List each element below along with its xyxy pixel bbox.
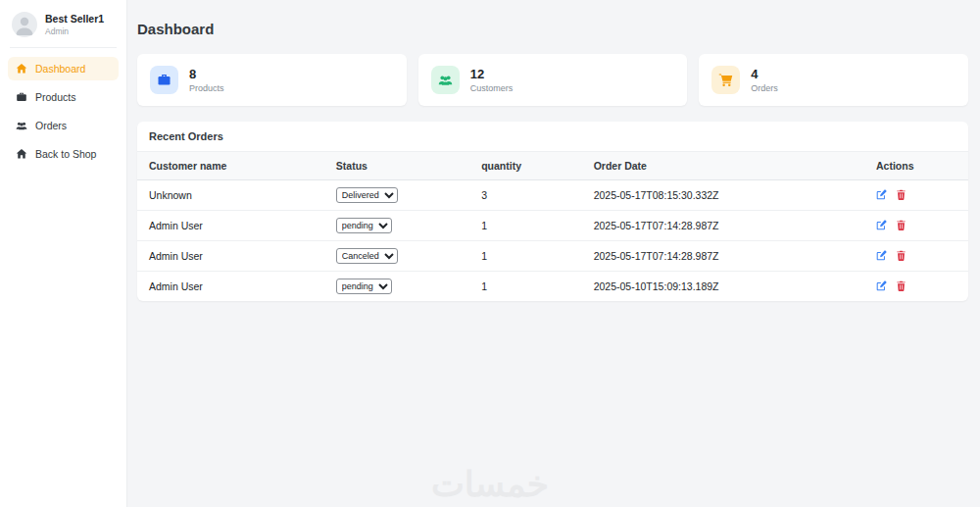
sidebar-item-label: Orders bbox=[35, 120, 67, 131]
stat-card-products: 8Products bbox=[137, 54, 407, 106]
home-icon bbox=[16, 148, 27, 160]
order-date-cell: 2025-05-10T15:09:13.189Z bbox=[582, 272, 864, 302]
edit-icon bbox=[876, 250, 887, 261]
delete-order-button[interactable] bbox=[896, 220, 906, 230]
stat-label: Orders bbox=[751, 83, 778, 93]
trash-icon bbox=[896, 280, 906, 291]
stat-value: 4 bbox=[751, 67, 778, 82]
column-header: Order Date bbox=[582, 152, 864, 180]
column-header: Status bbox=[324, 152, 469, 180]
column-header: quantity bbox=[469, 152, 581, 180]
sidebar-item-back-to-shop[interactable]: Back to Shop bbox=[8, 142, 119, 166]
home-icon bbox=[16, 63, 27, 75]
delete-order-button[interactable] bbox=[896, 250, 906, 261]
briefcase-icon bbox=[150, 66, 178, 94]
column-header: Actions bbox=[864, 152, 968, 180]
avatar bbox=[12, 12, 37, 37]
trash-icon bbox=[896, 250, 906, 261]
sidebar-item-orders[interactable]: Orders bbox=[8, 114, 119, 137]
user-block: Best Seller1 Admin bbox=[8, 12, 119, 47]
delete-order-button[interactable] bbox=[896, 189, 906, 200]
user-name: Best Seller1 bbox=[45, 13, 104, 25]
sidebar-item-label: Dashboard bbox=[35, 63, 85, 75]
quantity-cell: 3 bbox=[469, 180, 581, 211]
delete-order-button[interactable] bbox=[896, 280, 906, 291]
sidebar-nav: DashboardProductsOrdersBack to Shop bbox=[8, 57, 119, 166]
sidebar-item-products[interactable]: Products bbox=[8, 85, 119, 109]
edit-order-button[interactable] bbox=[876, 189, 887, 200]
trash-icon bbox=[896, 220, 906, 230]
order-date-cell: 2025-05-17T08:15:30.332Z bbox=[582, 180, 864, 211]
stat-cards-row: 8Products12Customers4Orders bbox=[137, 54, 968, 106]
edit-order-button[interactable] bbox=[876, 250, 887, 261]
users-icon bbox=[431, 66, 460, 94]
customer-name-cell: Admin User bbox=[137, 272, 324, 302]
stat-card-customers: 12Customers bbox=[418, 54, 688, 106]
edit-order-button[interactable] bbox=[876, 220, 887, 230]
customer-name-cell: Admin User bbox=[137, 211, 324, 241]
quantity-cell: 1 bbox=[469, 211, 581, 241]
main-content: Dashboard 8Products12Customers4Orders Re… bbox=[127, 0, 980, 507]
sidebar-item-dashboard[interactable]: Dashboard bbox=[8, 57, 119, 80]
sidebar-divider bbox=[10, 47, 117, 48]
table-row: Admin UserCanceled12025-05-17T07:14:28.9… bbox=[137, 241, 968, 272]
page-title: Dashboard bbox=[137, 21, 968, 37]
status-select[interactable]: Delivered bbox=[336, 187, 398, 203]
customer-name-cell: Admin User bbox=[137, 241, 324, 272]
table-row: UnknownDelivered32025-05-17T08:15:30.332… bbox=[137, 180, 968, 211]
status-select[interactable]: pending bbox=[336, 218, 392, 233]
sidebar-item-label: Back to Shop bbox=[35, 148, 96, 160]
status-select[interactable]: pending bbox=[336, 279, 392, 294]
orders-table: Customer nameStatusquantityOrder DateAct… bbox=[137, 152, 968, 301]
status-select[interactable]: Canceled bbox=[336, 248, 398, 264]
cart-icon bbox=[711, 66, 740, 94]
table-row: Admin Userpending12025-05-10T15:09:13.18… bbox=[137, 272, 968, 302]
stat-label: Products bbox=[189, 83, 224, 93]
edit-icon bbox=[876, 220, 887, 230]
stat-card-orders: 4Orders bbox=[699, 54, 968, 106]
briefcase-icon bbox=[16, 91, 27, 103]
table-row: Admin Userpending12025-05-17T07:14:28.98… bbox=[137, 211, 968, 241]
sidebar-item-label: Products bbox=[35, 91, 75, 103]
user-role: Admin bbox=[45, 26, 104, 36]
trash-icon bbox=[896, 189, 906, 200]
edit-icon bbox=[876, 189, 887, 200]
column-header: Customer name bbox=[137, 152, 324, 180]
order-date-cell: 2025-05-17T07:14:28.987Z bbox=[582, 211, 864, 241]
stat-value: 12 bbox=[470, 67, 514, 82]
recent-orders-title: Recent Orders bbox=[137, 122, 968, 152]
recent-orders-card: Recent Orders Customer nameStatusquantit… bbox=[137, 122, 968, 301]
edit-icon bbox=[876, 280, 887, 291]
users-icon bbox=[16, 120, 27, 131]
order-date-cell: 2025-05-17T07:14:28.987Z bbox=[582, 241, 864, 272]
stat-label: Customers bbox=[470, 83, 514, 93]
edit-order-button[interactable] bbox=[876, 280, 887, 291]
quantity-cell: 1 bbox=[469, 241, 581, 272]
stat-value: 8 bbox=[189, 67, 224, 82]
quantity-cell: 1 bbox=[469, 272, 581, 302]
sidebar: Best Seller1 Admin DashboardProductsOrde… bbox=[0, 0, 127, 507]
customer-name-cell: Unknown bbox=[137, 180, 324, 211]
